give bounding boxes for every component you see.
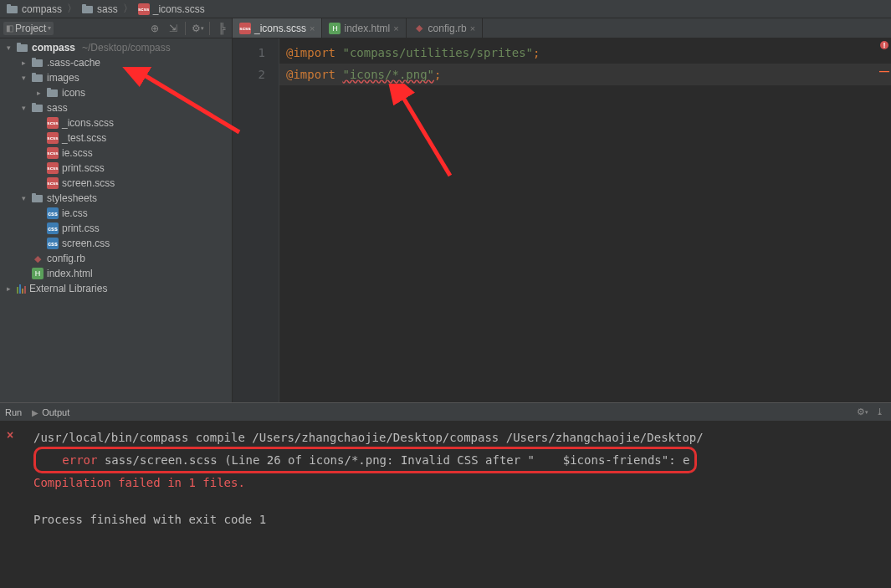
breadcrumb-label: sass [97,3,118,15]
target-icon[interactable]: ⊕ [148,22,161,35]
css-icon [47,207,59,219]
css-icon [47,222,59,234]
output-tab[interactable]: Output [42,407,69,417]
tree-arrow-icon[interactable]: ▸ [33,88,44,98]
tree-item[interactable]: ▸icons [0,85,232,100]
error-detail: sass/screen.scss (Line 26 of icons/*.png… [97,453,689,467]
tree-arrow-icon[interactable]: ▾ [18,73,28,83]
tree-item[interactable]: index.html [0,266,232,281]
tree-label: ie.scss [62,147,93,159]
close-icon[interactable]: × [470,23,475,33]
keyword: @import [286,46,335,59]
tree-label: _icons.scss [62,117,114,129]
code-line[interactable]: @import "icons/*.png"; [279,64,891,85]
html-icon [32,268,44,279]
editor-area: _icons.scss×index.html×config.rb× 12 @im… [233,18,891,402]
code-line[interactable]: @import "compass/utilities/sprites"; [279,42,891,64]
scss-icon [47,162,59,174]
chevron-down-icon[interactable]: ▾ [3,43,13,53]
library-icon [17,284,26,294]
terminal-gutter: × [0,422,33,588]
gear-icon[interactable]: ⚙▾ [191,22,204,35]
run-panel-header: Run Output ⚙▾ ⤓ [0,403,891,422]
warning-marker[interactable]: — [879,65,889,77]
editor-tab[interactable]: _icons.scss× [233,18,322,38]
tree-item[interactable]: _test.scss [0,130,232,146]
folder-icon [32,193,44,203]
breadcrumb-item[interactable]: _icons.scss [135,3,208,15]
close-icon[interactable]: × [393,23,398,33]
semicolon: ; [434,68,441,81]
editor-tab[interactable]: config.rb× [407,18,483,38]
tree-arrow-icon[interactable]: ▾ [18,103,28,113]
semicolon: ; [533,46,540,59]
tree-arrow-icon[interactable] [33,163,44,173]
tree-root[interactable]: ▾ compass ~/Desktop/compass [0,40,232,55]
run-tab[interactable]: Run [5,407,22,417]
run-panel: Run Output ⚙▾ ⤓ × /usr/local/bin/compass… [0,402,891,588]
tree-item[interactable]: config.rb [0,251,232,266]
tree-item[interactable]: ▾sass [0,100,232,115]
tab-label: index.html [344,23,390,34]
tree-label: stylesheets [47,192,97,204]
tree-arrow-icon[interactable] [18,253,28,263]
hide-icon[interactable]: ╠ [215,22,228,35]
chevron-right-icon[interactable]: ▸ [3,284,13,294]
gear-icon[interactable]: ⚙▾ [856,406,869,419]
tree-arrow-icon[interactable]: ▾ [18,193,28,203]
editor-body[interactable]: 12 @import "compass/utilities/sprites";@… [233,38,891,402]
scss-icon [47,132,59,144]
tree-item[interactable]: print.css [0,221,232,236]
tree-item[interactable]: ▾images [0,70,232,85]
tree-label: ie.css [62,207,88,219]
error-marker[interactable]: ! [879,40,889,53]
editor-tab[interactable]: index.html× [322,18,406,38]
folder-icon [32,73,44,83]
close-icon[interactable]: × [310,23,315,33]
tree-arrow-icon[interactable] [33,148,44,158]
svg-text:!: ! [883,41,886,49]
breadcrumb-item[interactable]: sass [79,3,121,15]
tree-item[interactable]: screen.scss [0,176,232,191]
ruby-icon [32,253,44,264]
folder-icon [82,4,94,14]
folder-icon [32,58,44,68]
tree-arrow-icon[interactable] [33,208,44,218]
tree-item[interactable]: ▸.sass-cache [0,55,232,70]
external-libraries[interactable]: ▸ External Libraries [0,281,232,296]
close-icon[interactable]: × [7,428,13,588]
download-icon[interactable]: ⤓ [873,406,886,419]
tree-item[interactable]: ie.scss [0,146,232,161]
tree-item[interactable]: screen.css [0,236,232,251]
play-icon [32,407,38,417]
chevron-right-icon: 〉 [123,2,133,16]
tree-item[interactable]: print.scss [0,161,232,176]
project-sidebar: ◧ Project ▾ ⊕ ⇲ ⚙▾ ╠ ▾ compass ~/Desktop… [0,18,233,402]
project-selector[interactable]: ◧ Project ▾ [3,22,54,35]
tree-item[interactable]: _icons.scss [0,115,232,130]
code-area[interactable]: @import "compass/utilities/sprites";@imp… [279,38,891,402]
folder-icon [47,88,59,98]
tab-label: _icons.scss [254,23,306,34]
tree-arrow-icon[interactable] [33,223,44,233]
collapse-all-icon[interactable]: ⇲ [166,22,180,35]
tree-item[interactable]: ie.css [0,206,232,221]
tree-arrow-icon[interactable] [33,238,44,248]
tree-arrow-icon[interactable] [33,133,44,143]
tree-label: config.rb [47,253,85,264]
tree-label: screen.css [62,238,110,249]
tree-label: icons [62,87,85,99]
tree-label: print.scss [62,162,105,174]
compilation-failed: Compilation failed in 1 files. [33,476,245,489]
tree-arrow-icon[interactable] [33,118,44,128]
scss-icon [138,3,150,15]
tree-arrow-icon[interactable] [33,178,44,188]
terminal-output[interactable]: /usr/local/bin/compass compile /Users/zh… [33,422,891,588]
tree-arrow-icon[interactable]: ▸ [18,58,28,68]
tree-arrow-icon[interactable] [18,268,28,279]
divider [185,22,186,35]
scss-icon [47,117,59,129]
breadcrumb-item[interactable]: compass [3,3,65,15]
tree-item[interactable]: ▾stylesheets [0,191,232,206]
tree-label: index.html [47,268,93,279]
